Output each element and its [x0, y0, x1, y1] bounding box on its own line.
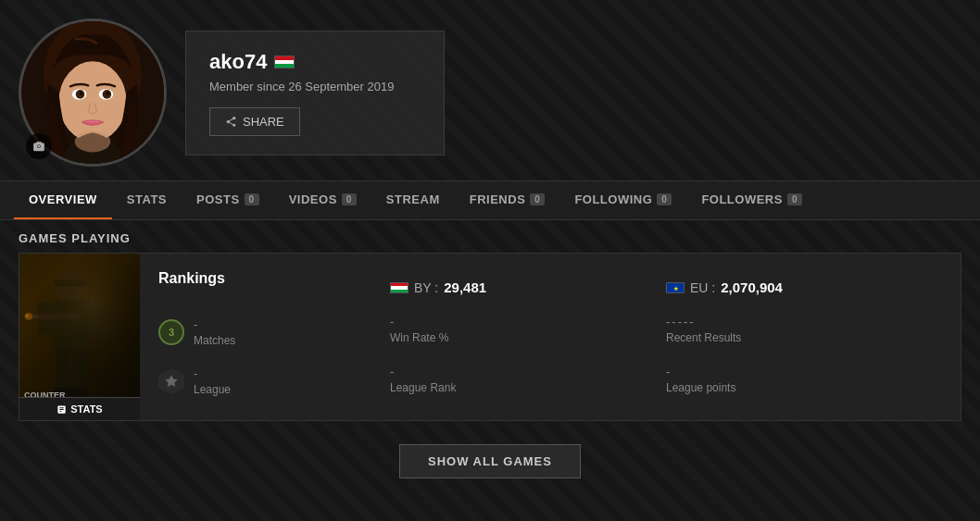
- username-text: ako74: [209, 50, 267, 74]
- show-all-games-button[interactable]: SHOW ALL GAMES: [399, 444, 581, 478]
- rankings-label: Rankings: [158, 267, 390, 307]
- following-badge: 0: [657, 193, 672, 205]
- match-level-icon: 3: [158, 319, 184, 345]
- league-points-stat: - League points: [666, 357, 942, 406]
- game-card: COUNTER STRIKE™ STATS Rankings BY: [19, 253, 961, 421]
- tab-friends[interactable]: FRIENDS 0: [455, 181, 560, 219]
- league-icon: [158, 368, 184, 394]
- eu-label: EU :: [690, 280, 715, 295]
- ranking-by: BY : 29,481: [390, 267, 666, 307]
- tab-following[interactable]: FOLLOWING 0: [559, 181, 686, 219]
- stats-button[interactable]: STATS: [19, 397, 140, 420]
- win-rate-value: -: [390, 315, 666, 329]
- profile-info-box: ako74 Member since 26 September 2019 SHA…: [185, 31, 445, 155]
- svg-point-26: [25, 314, 29, 317]
- friends-badge: 0: [530, 193, 545, 205]
- matches-label: Matches: [194, 334, 235, 347]
- svg-point-10: [75, 130, 111, 152]
- league-value: -: [194, 366, 231, 380]
- league-rank-stat: - League Rank: [390, 357, 666, 406]
- game-thumbnail-bg: COUNTER STRIKE™ STATS: [19, 254, 140, 420]
- member-since: Member since 26 September 2019: [209, 80, 421, 93]
- videos-badge: 0: [342, 193, 357, 205]
- league-points-label: League points: [666, 381, 942, 394]
- win-rate-label: Win Rate %: [390, 331, 666, 344]
- league-label: League: [194, 383, 231, 396]
- tab-stats[interactable]: STATS: [112, 181, 182, 219]
- nav-tabs: OVERVIEW STATS POSTS 0 VIDEOS 0 STREAM F…: [0, 180, 980, 220]
- games-container: COUNTER STRIKE™ STATS Rankings BY: [0, 253, 980, 421]
- game-thumbnail: COUNTER STRIKE™ STATS: [19, 254, 140, 420]
- tab-stream[interactable]: STREAM: [371, 181, 455, 219]
- ranking-eu: EU : 2,070,904: [666, 267, 942, 307]
- by-label: BY :: [414, 280, 438, 295]
- by-value: 29,481: [444, 279, 486, 295]
- tab-followers[interactable]: FOLLOWERS 0: [686, 181, 817, 219]
- profile-section: ako74 Member since 26 September 2019 SHA…: [0, 0, 980, 180]
- svg-point-8: [80, 92, 83, 95]
- username: ako74: [209, 50, 421, 74]
- recent-results-value: -----: [666, 315, 942, 329]
- avatar-wrapper: [19, 19, 167, 167]
- tab-videos[interactable]: VIDEOS 0: [274, 181, 371, 219]
- matches-value: -: [194, 317, 235, 331]
- recent-results-label: Recent Results: [666, 331, 942, 344]
- league-stat: - League: [158, 357, 390, 406]
- followers-badge: 0: [787, 193, 802, 205]
- svg-point-9: [106, 92, 109, 95]
- game-stats: Rankings BY : 29,481 EU : 2,070,904 3: [140, 254, 961, 420]
- eu-flag: [666, 282, 685, 293]
- tab-posts[interactable]: POSTS 0: [182, 181, 274, 219]
- league-points-value: -: [666, 365, 942, 378]
- svg-marker-27: [165, 376, 177, 388]
- tab-overview[interactable]: OVERVIEW: [14, 181, 112, 219]
- win-rate-stat: - Win Rate %: [390, 307, 666, 356]
- country-flag: [274, 56, 295, 68]
- show-all-container: SHOW ALL GAMES: [0, 426, 980, 497]
- league-rank-label: League Rank: [390, 381, 666, 394]
- share-button[interactable]: SHARE: [209, 107, 300, 136]
- eu-value: 2,070,904: [721, 279, 783, 295]
- matches-stat: 3 - Matches: [158, 307, 390, 356]
- camera-icon[interactable]: [26, 133, 52, 159]
- share-icon: [225, 116, 237, 128]
- games-playing-title: GAMES PLAYING: [0, 220, 980, 253]
- share-label: SHARE: [243, 115, 284, 129]
- posts-badge: 0: [245, 193, 259, 205]
- svg-point-3: [58, 61, 126, 142]
- recent-results-stat: ----- Recent Results: [666, 307, 942, 356]
- by-flag: [390, 282, 408, 293]
- stats-icon: [57, 404, 67, 415]
- league-rank-value: -: [390, 365, 666, 378]
